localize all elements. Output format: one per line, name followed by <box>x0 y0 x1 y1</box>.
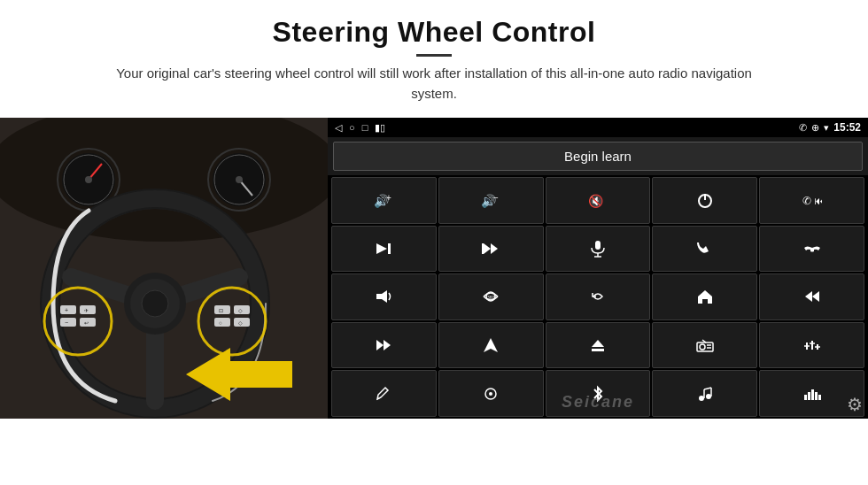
svg-text:🔇: 🔇 <box>588 194 604 208</box>
bluetooth-button[interactable] <box>546 370 651 417</box>
subtitle: Your original car's steering wheel contr… <box>97 64 771 104</box>
back-button[interactable] <box>546 273 651 320</box>
svg-point-66 <box>700 344 705 350</box>
svg-text:◇: ◇ <box>238 320 243 326</box>
svg-rect-47 <box>388 243 391 254</box>
svg-text:◇: ◇ <box>238 308 243 313</box>
svg-point-11 <box>236 176 243 183</box>
svg-rect-30 <box>214 318 230 327</box>
prev-skip-button[interactable] <box>438 226 544 273</box>
begin-learn-row: Begin learn <box>328 137 868 175</box>
svg-rect-64 <box>592 349 604 351</box>
edit-button[interactable] <box>331 370 437 417</box>
svg-text:✈: ✈ <box>84 308 89 313</box>
svg-rect-85 <box>808 392 810 400</box>
svg-text:−: − <box>65 319 68 326</box>
music-button[interactable] <box>652 370 757 417</box>
back-nav-icon[interactable]: ◁ <box>335 122 342 134</box>
hang-up-button[interactable] <box>759 226 864 273</box>
recents-nav-icon[interactable]: □ <box>362 122 368 133</box>
radio-button[interactable] <box>652 322 757 369</box>
svg-text:↩: ↩ <box>84 320 89 326</box>
svg-point-6 <box>85 176 92 183</box>
mute-button[interactable]: 🔇 <box>546 177 651 224</box>
svg-text:360°: 360° <box>487 295 496 300</box>
steering-wheel-image: + ✈ − ↩ ⊡ ◇ ○ ◇ <box>0 118 328 419</box>
camera-360-button[interactable]: 360° <box>438 273 544 320</box>
title-divider <box>416 54 452 57</box>
home-button[interactable] <box>652 273 757 320</box>
svg-marker-57 <box>698 290 712 304</box>
svg-line-83 <box>704 388 711 389</box>
svg-text:✆: ✆ <box>802 195 811 207</box>
svg-marker-49 <box>484 243 491 254</box>
page-title: Steering Wheel Control <box>35 16 833 49</box>
svg-text:○: ○ <box>219 320 222 326</box>
svg-marker-63 <box>592 340 604 347</box>
page-wrapper: Steering Wheel Control Your original car… <box>0 0 868 485</box>
horn-button[interactable] <box>331 273 437 320</box>
call-button[interactable] <box>652 226 757 273</box>
home-nav-icon[interactable]: ○ <box>349 122 355 133</box>
status-bar: ◁ ○ □ ▮▯ ✆ ⊕ ▾ 15:52 <box>328 118 868 137</box>
content-area: + ✈ − ↩ ⊡ ◇ ○ ◇ <box>0 118 868 485</box>
header-section: Steering Wheel Control Your original car… <box>0 0 868 109</box>
svg-point-78 <box>489 392 492 396</box>
svg-rect-86 <box>811 389 814 400</box>
svg-marker-48 <box>491 243 498 254</box>
eject-button[interactable] <box>546 322 651 369</box>
next-track-button[interactable] <box>331 226 437 273</box>
svg-text:+: + <box>65 307 68 313</box>
svg-point-80 <box>706 394 711 399</box>
wifi-icon: ▾ <box>824 122 829 134</box>
svg-rect-51 <box>595 241 601 250</box>
navigate-button[interactable] <box>438 322 544 369</box>
power-button[interactable] <box>652 177 757 224</box>
vol-up-button[interactable]: 🔊+ <box>331 177 437 224</box>
svg-point-17 <box>142 290 168 317</box>
svg-rect-87 <box>815 392 818 400</box>
svg-marker-61 <box>384 340 391 350</box>
svg-rect-84 <box>804 395 807 400</box>
svg-marker-62 <box>484 338 498 352</box>
fast-forward-button[interactable] <box>331 322 437 369</box>
svg-marker-46 <box>376 243 387 254</box>
location-icon: ⊕ <box>811 122 819 134</box>
svg-text:−: − <box>493 193 499 203</box>
control-button-grid: 🔊+ 🔊− 🔇 ✆ ⏮ <box>328 175 868 419</box>
begin-learn-button[interactable]: Begin learn <box>333 142 863 171</box>
signal-icon: ▮▯ <box>375 122 385 134</box>
prev-prev-button[interactable] <box>759 273 864 320</box>
status-right: ✆ ⊕ ▾ 15:52 <box>799 121 861 134</box>
svg-marker-59 <box>812 291 819 302</box>
svg-point-1 <box>0 118 328 242</box>
svg-point-79 <box>699 396 704 401</box>
equalizer-button[interactable] <box>759 322 864 369</box>
settings-gear-button[interactable]: ⚙ <box>847 394 863 415</box>
phone-prev-button[interactable]: ✆ ⏮ <box>759 177 864 224</box>
vol-down-button[interactable]: 🔊− <box>438 177 544 224</box>
svg-marker-58 <box>805 291 812 302</box>
svg-rect-88 <box>818 395 821 400</box>
status-time: 15:52 <box>833 121 861 134</box>
head-unit: ◁ ○ □ ▮▯ ✆ ⊕ ▾ 15:52 Begin learn <box>328 118 868 419</box>
svg-text:⏮: ⏮ <box>814 195 822 207</box>
status-left: ◁ ○ □ ▮▯ <box>335 122 385 134</box>
menu-button[interactable] <box>438 370 544 417</box>
svg-text:⊡: ⊡ <box>219 308 223 313</box>
phone-status-icon: ✆ <box>799 122 807 134</box>
svg-text:+: + <box>386 193 391 203</box>
svg-marker-60 <box>376 340 384 350</box>
mic-button[interactable] <box>546 226 651 273</box>
svg-marker-54 <box>376 290 387 303</box>
